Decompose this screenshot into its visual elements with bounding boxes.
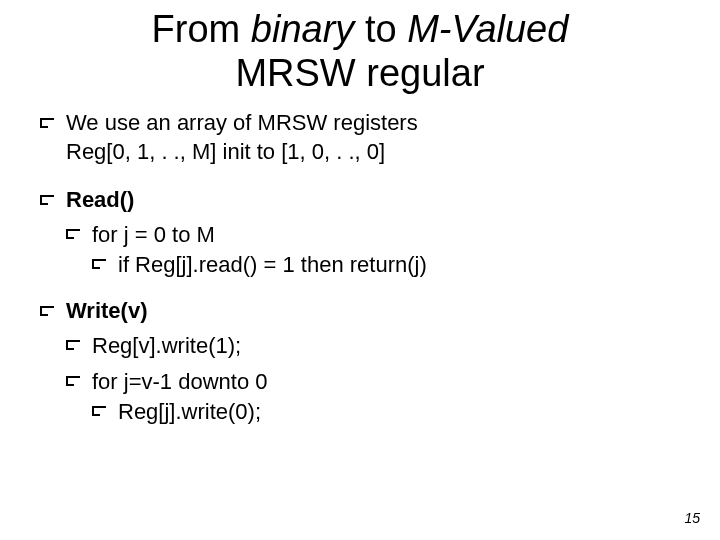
- read-header-text: Read(): [66, 187, 134, 212]
- write-l3: Reg[j].write(0);: [118, 399, 261, 424]
- body-list: We use an array of MRSW registers Reg[0,…: [40, 109, 680, 426]
- read-l2: if Reg[j].read() = 1 then return(j): [118, 252, 427, 277]
- title-ital-1: binary: [251, 8, 355, 50]
- page-number: 15: [684, 510, 700, 526]
- title-line2: MRSW regular: [235, 52, 484, 94]
- intro-line1: We use an array of MRSW registers: [66, 110, 418, 135]
- title-ital-2: M-Valued: [407, 8, 568, 50]
- write-line-regj: Reg[j].write(0);: [92, 397, 680, 427]
- intro-bullet: We use an array of MRSW registers Reg[0,…: [40, 109, 680, 165]
- title-text-1: From: [152, 8, 251, 50]
- read-l1: for j = 0 to M: [92, 222, 215, 247]
- read-header: Read() for j = 0 to M if Reg[j].read() =…: [40, 186, 680, 280]
- intro-line2: Reg[0, 1, . ., M] init to [1, 0, . ., 0]: [66, 139, 385, 164]
- read-line-for: for j = 0 to M if Reg[j].read() = 1 then…: [66, 220, 680, 279]
- slide: From binary to M-Valued MRSW regular We …: [0, 0, 720, 540]
- read-sublist: for j = 0 to M if Reg[j].read() = 1 then…: [66, 220, 680, 279]
- write-sublist: Reg[v].write(1); for j=v-1 downto 0 Reg[…: [66, 331, 680, 426]
- write-header: Write(v) Reg[v].write(1); for j=v-1 down…: [40, 297, 680, 426]
- slide-title: From binary to M-Valued MRSW regular: [40, 8, 680, 95]
- read-line-if: if Reg[j].read() = 1 then return(j): [92, 250, 680, 280]
- title-text-2: to: [354, 8, 407, 50]
- write-line-for: for j=v-1 downto 0 Reg[j].write(0);: [66, 367, 680, 426]
- write-header-text: Write(v): [66, 298, 148, 323]
- write-line-regv: Reg[v].write(1);: [66, 331, 680, 361]
- write-l1: Reg[v].write(1);: [92, 333, 241, 358]
- write-l2: for j=v-1 downto 0: [92, 369, 267, 394]
